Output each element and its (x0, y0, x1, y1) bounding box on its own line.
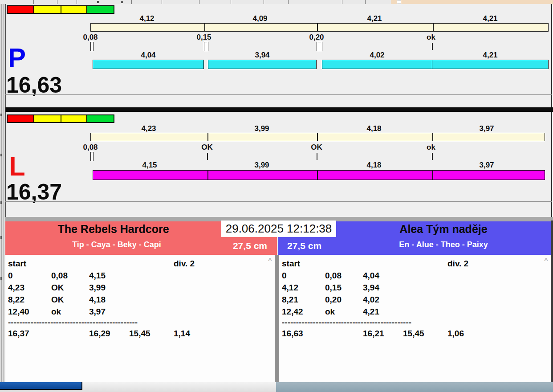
total-best: 15,45 (129, 327, 174, 339)
table-cell: 4,21 (363, 306, 403, 318)
l-pass-tick (207, 153, 208, 160)
l-dog-label: 3,97 (479, 161, 494, 169)
l-pass-label: OK (311, 143, 322, 151)
window-right-edge (551, 220, 553, 387)
traffic-red-cell (7, 5, 34, 14)
table-cell: 3,99 (89, 282, 129, 294)
col-start-label: start (8, 257, 51, 270)
p-pass-tick (432, 43, 433, 50)
datetime-text: 29.06.2025 12:12:38 (226, 222, 332, 236)
traffic-light-p (7, 5, 114, 14)
l-split-label: 3,99 (254, 125, 269, 132)
table-cell: 0,08 (325, 270, 363, 282)
lane-divider (5, 107, 553, 112)
p-pass-label: 0,15 (196, 33, 211, 41)
l-pass-marker (90, 152, 94, 161)
lane-total-p: 16,63 (6, 74, 62, 96)
p-dog-label: 3,94 (255, 51, 269, 59)
lane-letter-l: L (9, 153, 25, 180)
traffic-yellow-cell (33, 5, 61, 14)
lane-total-l: 16,37 (6, 181, 62, 203)
total-clean: 16,21 (363, 327, 403, 339)
p-pass-label: 0,20 (309, 33, 324, 41)
background-window-box (397, 0, 401, 4)
table-cell: 3,97 (89, 306, 129, 318)
background-window-titlebar (0, 382, 82, 390)
lane-p-section (5, 4, 552, 107)
l-split-label: 4,23 (141, 125, 156, 132)
l-split-bar (90, 133, 545, 141)
team-dogs-right: En - Alue - Theo - Paixy (336, 240, 551, 249)
division-label: div. 2 (447, 257, 488, 270)
l-pass-label: ok (427, 143, 435, 151)
table-cell: OK (51, 282, 89, 294)
dashes-separator: ----------------------------------------… (8, 318, 215, 327)
table-cell: ok (51, 306, 89, 318)
total-time: 16,63 (282, 327, 325, 339)
results-table-right[interactable]: start div. 2 0 0,08 4,04 4,12 0,15 3,94 … (282, 257, 488, 339)
table-cell: 4,15 (89, 270, 129, 282)
traffic-red-cell (7, 114, 34, 123)
team-height-right: 27,5 cm (287, 241, 354, 251)
l-dog-label: 4,15 (142, 161, 157, 169)
lane-letter-p: P (8, 45, 26, 71)
table-cell: 0 (8, 270, 51, 282)
p-pass-label: 0,08 (83, 33, 98, 41)
p-pass-label: ok (427, 33, 435, 41)
total-best: 15,45 (403, 327, 447, 339)
p-split-label: 4,12 (139, 15, 154, 22)
traffic-green-cell (86, 5, 114, 14)
left-window-edge (0, 4, 5, 382)
scroll-up-icon[interactable]: ^ (542, 257, 550, 264)
table-cell: ok (325, 306, 363, 318)
p-dog-bar-segment (432, 60, 549, 69)
l-pass-label: OK (201, 143, 213, 151)
l-dog-label: 3,99 (254, 161, 269, 169)
table-cell: 12,40 (8, 306, 51, 318)
p-dog-bar-segment (93, 60, 204, 69)
p-split-label: 4,21 (367, 15, 382, 22)
table-cell: 3,94 (363, 282, 403, 294)
table-cell: OK (51, 294, 89, 306)
p-split-label: 4,21 (483, 15, 497, 22)
p-dog-label: 4,21 (483, 51, 497, 59)
bottom-taskbar-strip-right (276, 382, 553, 392)
table-cell: 4,23 (8, 282, 51, 294)
datetime-box: 29.06.2025 12:12:38 (221, 220, 336, 237)
table-cell: 12,42 (282, 306, 325, 318)
total-diff: 1,14 (174, 327, 215, 339)
table-cell: 8,21 (282, 294, 325, 306)
p-dog-label: 4,02 (370, 51, 384, 59)
results-table-left[interactable]: start div. 2 0 0,08 4,15 4,23 OK 3,99 8,… (8, 257, 215, 339)
col-start-label: start (282, 257, 325, 270)
l-split-label: 4,18 (366, 125, 381, 132)
traffic-yellow-cell (61, 114, 87, 123)
table-cell: 4,02 (363, 294, 403, 306)
table-cell: 0 (282, 270, 325, 282)
division-label: div. 2 (174, 257, 215, 270)
l-dog-label: 4,18 (366, 161, 381, 169)
table-cell: 4,18 (89, 294, 129, 306)
total-diff: 1,06 (447, 327, 488, 339)
table-cell: 0,20 (325, 294, 363, 306)
table-cell: 4,12 (282, 282, 325, 294)
scroll-up-icon[interactable]: ^ (266, 257, 274, 264)
team-height-left: 27,5 cm (178, 241, 267, 251)
team-name-left: The Rebels Hardcore (5, 223, 221, 235)
traffic-light-l (7, 114, 114, 123)
team-name-right: Alea Tým naděje (336, 223, 551, 235)
p-pass-marker (317, 42, 322, 51)
traffic-yellow-cell (33, 114, 61, 123)
table-cell: 0,08 (51, 270, 89, 282)
p-split-bar (90, 23, 549, 32)
p-dog-label: 4,04 (141, 51, 155, 59)
total-clean: 16,29 (89, 327, 129, 339)
table-cell: 8,22 (8, 294, 51, 306)
p-dog-bar-segment (208, 60, 317, 69)
p-dog-bar-segment (322, 60, 432, 69)
l-split-label: 3,97 (479, 125, 494, 132)
p-pass-marker (204, 42, 208, 51)
l-pass-label: 0,08 (83, 143, 98, 151)
traffic-yellow-cell (61, 5, 87, 14)
total-time: 16,37 (8, 327, 51, 339)
